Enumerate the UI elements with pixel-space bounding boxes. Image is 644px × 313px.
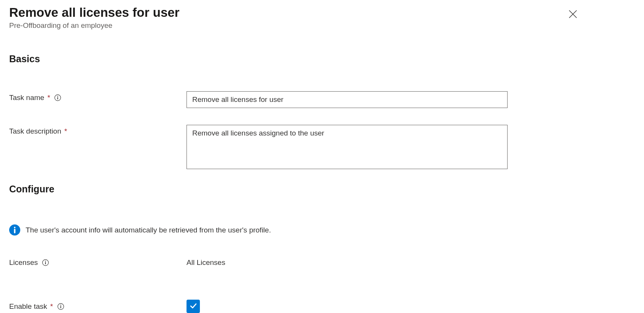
licenses-row: Licenses All Licenses	[9, 256, 635, 267]
panel-header: Remove all licenses for user Pre-Offboar…	[9, 5, 635, 30]
svg-rect-7	[14, 229, 16, 234]
task-name-input[interactable]	[187, 91, 508, 108]
close-button[interactable]	[566, 8, 579, 22]
panel-subtitle: Pre-Offboarding of an employee	[9, 21, 180, 30]
task-description-label: Task description	[9, 127, 61, 136]
svg-rect-10	[45, 262, 46, 265]
info-banner-text: The user's account info will automatical…	[26, 226, 271, 234]
checkmark-icon	[189, 302, 198, 311]
required-indicator: *	[50, 302, 53, 311]
svg-rect-13	[60, 306, 61, 308]
close-icon	[568, 15, 578, 20]
basics-heading: Basics	[9, 53, 635, 65]
svg-rect-4	[57, 97, 58, 100]
info-banner: The user's account info will automatical…	[9, 224, 635, 236]
info-icon[interactable]	[57, 303, 64, 310]
svg-point-9	[45, 261, 46, 261]
info-icon[interactable]	[42, 259, 49, 266]
task-description-input[interactable]	[187, 125, 508, 169]
task-description-label-col: Task description *	[9, 125, 187, 136]
panel-header-text: Remove all licenses for user Pre-Offboar…	[9, 5, 180, 30]
task-name-label: Task name	[9, 94, 44, 102]
svg-point-12	[60, 305, 61, 305]
task-description-row: Task description *	[9, 125, 635, 169]
enable-task-label: Enable task	[9, 302, 47, 311]
licenses-label-col: Licenses	[9, 256, 187, 267]
licenses-value: All Licenses	[187, 256, 225, 267]
required-indicator: *	[64, 127, 67, 136]
required-indicator: *	[47, 94, 50, 102]
task-name-label-col: Task name *	[9, 91, 187, 102]
configure-heading: Configure	[9, 184, 635, 195]
info-icon[interactable]	[54, 94, 61, 101]
panel-title: Remove all licenses for user	[9, 5, 180, 20]
licenses-label: Licenses	[9, 258, 38, 267]
info-filled-icon	[9, 224, 20, 236]
svg-point-3	[57, 96, 58, 97]
enable-task-checkbox[interactable]	[187, 300, 200, 313]
enable-task-row: Enable task *	[9, 300, 635, 313]
enable-task-label-col: Enable task *	[9, 302, 187, 311]
task-name-row: Task name *	[9, 91, 635, 108]
svg-point-6	[14, 227, 15, 228]
